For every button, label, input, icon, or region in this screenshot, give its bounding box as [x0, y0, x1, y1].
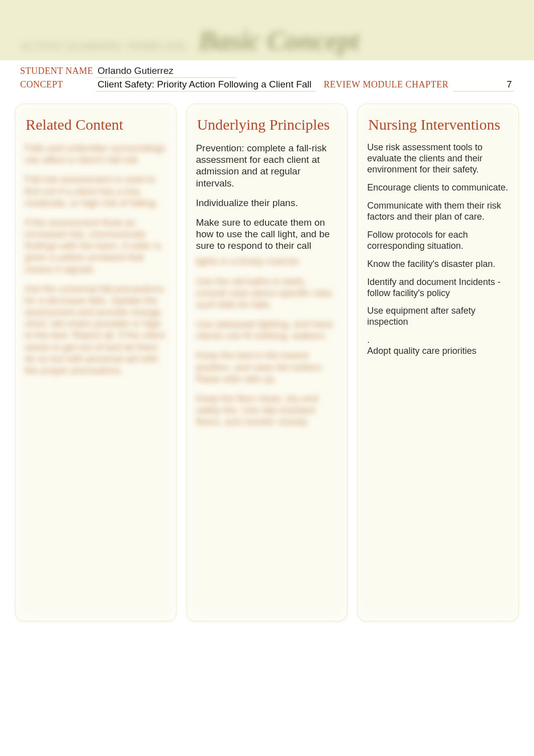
- student-name-value: Orlando Gutierrez: [96, 65, 236, 78]
- nursing-para: Use equipment after safety inspection: [367, 306, 509, 328]
- student-name-row: STUDENT NAME Orlando Gutierrez: [20, 65, 514, 78]
- related-content-card: Related Content Falls and unfamiliar sur…: [15, 104, 176, 621]
- nursing-para: Know the facility's disaster plan.: [367, 259, 509, 270]
- nursing-interventions-card: Nursing Interventions Use risk assessmen…: [358, 104, 519, 621]
- principles-para: Keep the floor clean, dry and safely the…: [196, 393, 338, 428]
- nursing-para: Identify and document Incidents - follow…: [367, 277, 509, 299]
- template-title: Basic Concept: [199, 25, 360, 56]
- student-name-label: STUDENT NAME: [20, 66, 96, 76]
- rmc-value: 7: [454, 79, 514, 91]
- related-para: If the assessment finds an increased ris…: [25, 217, 167, 275]
- rmc-label: REVIEW MODULE CHAPTER: [324, 79, 449, 90]
- related-content-body: Falls and unfamiliar surroundings can af…: [25, 142, 167, 376]
- header-inner: ACTIVE LEARNING TEMPLATE: Basic Concept: [20, 25, 514, 56]
- nursing-para: Communicate with them their risk factors…: [367, 201, 509, 223]
- underlying-principles-title: Underlying Principles: [197, 116, 337, 133]
- nursing-para: Use risk assessment tools to evaluate th…: [367, 142, 509, 175]
- columns: Related Content Falls and unfamiliar sur…: [15, 104, 519, 621]
- principles-para: lights in a timely manner.: [196, 255, 338, 267]
- related-content-title: Related Content: [26, 116, 166, 133]
- underlying-principles-body: Prevention: complete a fall-risk assessm…: [196, 142, 338, 427]
- nursing-para: Adopt quality care priorities: [367, 346, 509, 357]
- principles-para: Make sure to educate them on how to use …: [196, 217, 338, 252]
- principles-blurred: lights in a timely manner. Use the rail …: [196, 255, 338, 427]
- meta-block: STUDENT NAME Orlando Gutierrez CONCEPT C…: [15, 60, 519, 104]
- nursing-interventions-body: Use risk assessment tools to evaluate th…: [367, 142, 509, 357]
- principles-para: Keep the bed in the lowest position, and…: [196, 349, 338, 385]
- principles-para: Use adequate lighting, and have clients …: [196, 318, 338, 341]
- principles-para: Use the rail baths in beds, consult case…: [196, 275, 338, 311]
- principles-para: Individualize their plans.: [196, 197, 338, 209]
- underlying-principles-card: Underlying Principles Prevention: comple…: [187, 104, 348, 621]
- nursing-interventions-title: Nursing Interventions: [368, 116, 508, 133]
- principles-para: Prevention: complete a fall-risk assessm…: [196, 142, 338, 189]
- page: ACTIVE LEARNING TEMPLATE: Basic Concept …: [0, 0, 534, 756]
- related-para: Fall-risk assessment is used to find out…: [25, 173, 167, 209]
- header-band: ACTIVE LEARNING TEMPLATE: Basic Concept: [0, 0, 534, 60]
- template-subtitle: ACTIVE LEARNING TEMPLATE:: [20, 40, 189, 53]
- nursing-para: Encourage clients to communicate.: [367, 182, 509, 194]
- related-para: Get the universal fall precautions for a…: [25, 283, 167, 376]
- concept-row: CONCEPT Client Safety: Priority Action F…: [20, 79, 514, 91]
- concept-label: CONCEPT: [20, 79, 96, 90]
- nursing-para: .: [367, 335, 509, 346]
- nursing-para: Follow protocols for each corresponding …: [367, 230, 509, 252]
- concept-value: Client Safety: Priority Action Following…: [96, 79, 316, 91]
- related-para: Falls and unfamiliar surroundings can af…: [25, 142, 167, 165]
